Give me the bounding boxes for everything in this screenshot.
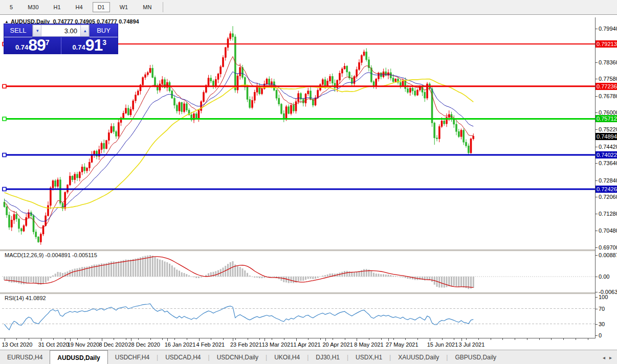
price-line-label: 0.74022: [596, 151, 617, 158]
rsi-label: RSI(14) 41.0892: [5, 295, 46, 301]
chart-tab-bar: EURUSD,H4AUDUSD,DailyUSDCHF,H4|USDCAD,H4…: [0, 350, 617, 364]
time-minor-tick: [515, 338, 515, 340]
time-major-tick: [357, 338, 357, 341]
time-minor-tick: [539, 338, 540, 340]
price-line-label: 0.79213: [596, 40, 617, 48]
time-minor-tick: [466, 338, 467, 340]
chart-tab-usdcad[interactable]: USDCAD,H4: [158, 350, 208, 364]
time-minor-tick: [174, 338, 175, 340]
time-minor-tick: [284, 338, 284, 340]
timeframe-button-w1[interactable]: W1: [115, 2, 134, 12]
time-major-tick: [5, 338, 5, 341]
chart-tab-dj30[interactable]: DJ30,H1: [308, 350, 347, 364]
timeframe-button-h1[interactable]: H1: [49, 2, 66, 12]
time-minor-tick: [211, 338, 211, 340]
time-minor-tick: [126, 338, 126, 340]
volume-decrease-button[interactable]: ▾: [33, 25, 41, 36]
date-label: 3 Jul 2021: [459, 342, 485, 348]
chart-tab-eurusd[interactable]: EURUSD,H4: [0, 350, 50, 364]
time-scale[interactable]: 13 Oct 202031 Oct 202019 Nov 20208 Dec 2…: [0, 338, 617, 350]
macd-scale-tick: 0.008871: [599, 252, 617, 258]
line-handle[interactable]: [3, 153, 6, 157]
date-label: 13 Mar 2021: [262, 342, 294, 348]
date-label: 19 Nov 2020: [68, 342, 99, 348]
time-major-tick: [461, 338, 462, 341]
date-label: 23 Feb 2021: [230, 342, 262, 348]
time-minor-tick: [381, 338, 382, 340]
time-minor-tick: [138, 338, 139, 340]
time-minor-tick: [162, 338, 163, 340]
chart-tab-xauusd[interactable]: XAUUSD,Daily: [391, 350, 446, 364]
chart-tab-usdchf[interactable]: USDCHF,H4: [108, 350, 157, 364]
time-major-tick: [167, 338, 168, 341]
time-minor-tick: [502, 338, 503, 340]
tab-scroll-right-icon[interactable]: ▸: [609, 355, 612, 360]
time-minor-tick: [588, 338, 588, 340]
rsi-panel[interactable]: RSI(14) 41.0892: [2, 294, 595, 338]
timeframe-button-5[interactable]: 5: [5, 2, 18, 12]
line-handle[interactable]: [3, 84, 6, 88]
timeframe-button-mn[interactable]: MN: [138, 2, 157, 12]
timeframe-button-m30[interactable]: M30: [23, 2, 43, 12]
volume-increase-button[interactable]: ▴: [80, 25, 89, 36]
rsi-line: [5, 304, 474, 330]
price-line-label: 0.72426: [596, 186, 617, 193]
time-major-tick: [41, 338, 41, 341]
date-label: 13 Oct 2020: [2, 342, 33, 348]
timeframe-button-h4[interactable]: H4: [71, 2, 88, 12]
time-minor-tick: [405, 338, 406, 340]
time-minor-tick: [29, 338, 29, 340]
time-minor-tick: [308, 338, 308, 340]
time-minor-tick: [417, 338, 418, 340]
date-label: 8 Dec 2020: [99, 342, 128, 348]
time-minor-tick: [551, 338, 552, 340]
rsi-chart[interactable]: [2, 294, 595, 338]
volume-value[interactable]: 3.00: [41, 25, 80, 36]
time-minor-tick: [90, 338, 90, 340]
date-label: 4 Feb 2021: [196, 342, 225, 348]
price-tick: 0.77580: [599, 76, 617, 82]
time-minor-tick: [272, 338, 272, 340]
rsi-scale-tick: 30: [599, 321, 605, 327]
sell-price[interactable]: 0.74897: [4, 37, 61, 54]
candles[interactable]: [4, 26, 474, 245]
chart-tab-ukoil[interactable]: UKOil,H4: [267, 350, 307, 364]
time-major-tick: [430, 338, 430, 341]
ma-line-20: [5, 72, 474, 221]
time-minor-tick: [235, 338, 236, 340]
time-minor-tick: [393, 338, 394, 340]
price-tick: 0.74420: [599, 144, 617, 150]
date-label: 16 Jan 2021: [165, 342, 196, 348]
time-minor-tick: [114, 338, 114, 340]
buy-price[interactable]: 0.74913: [61, 37, 118, 54]
time-minor-tick: [248, 338, 248, 340]
time-minor-tick: [223, 338, 224, 340]
chart-tab-gbpusd[interactable]: GBPUSD,Daily: [448, 350, 503, 364]
macd-panel[interactable]: MACD(12,26,9) -0.004891 -0.005115: [2, 251, 595, 292]
time-minor-tick: [150, 338, 151, 340]
time-minor-tick: [454, 338, 454, 340]
price-chart-panel[interactable]: ▲AUDUSD,Daily 0.74777 0.74905 0.74777 0.…: [2, 17, 595, 249]
price-tick: 0.73640: [599, 160, 617, 166]
rsi-scale-tick: 100: [599, 294, 608, 300]
price-line-label: 0.77236: [596, 83, 617, 90]
tab-scroll-left-icon[interactable]: ◂: [603, 355, 605, 360]
chart-tab-audusd[interactable]: AUDUSD,Daily: [50, 350, 107, 364]
price-scale[interactable]: 0.799400.783600.775800.767800.760000.752…: [596, 15, 617, 350]
line-handle[interactable]: [3, 187, 6, 191]
time-minor-tick: [442, 338, 443, 340]
line-handle[interactable]: [3, 117, 6, 121]
time-minor-tick: [563, 338, 564, 340]
volume-spinner: ▾ 3.00 ▴: [32, 25, 90, 37]
chart-tab-usdx[interactable]: USDX,H1: [348, 350, 389, 364]
one-click-trading-panel: SELL ▾ 3.00 ▴ BUY 0.74897 0.74913: [4, 24, 118, 54]
price-tick: 0.78360: [599, 59, 617, 65]
price-tick: 0.79940: [599, 26, 617, 32]
time-major-tick: [265, 338, 265, 341]
chart-tab-usdcnh[interactable]: USDCNH,Daily: [210, 350, 266, 364]
timeframe-button-d1[interactable]: D1: [93, 2, 110, 12]
macd-scale-tick: 0.00: [599, 274, 609, 280]
time-minor-tick: [345, 338, 345, 340]
time-minor-tick: [576, 338, 576, 340]
chart-window: ▲AUDUSD,Daily 0.74777 0.74905 0.74777 0.…: [0, 14, 617, 350]
